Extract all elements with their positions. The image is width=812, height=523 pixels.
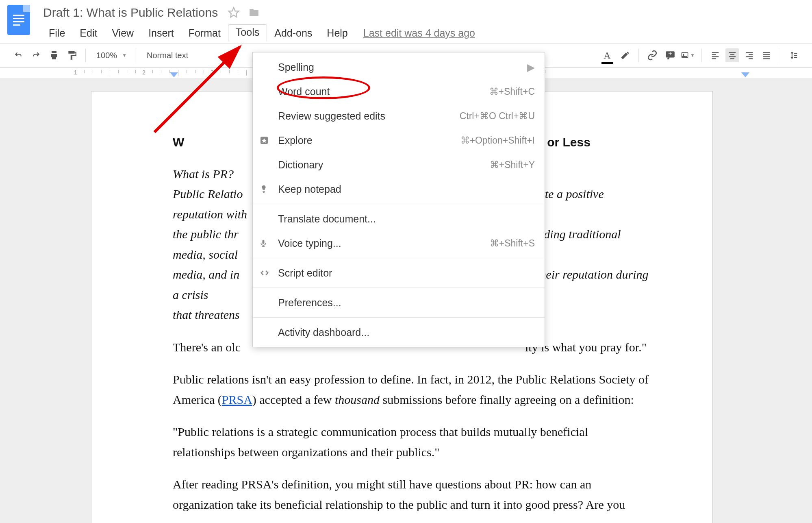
menu-divider: [253, 204, 545, 204]
menu-item-shortcut: ⌘+Shift+C: [489, 86, 535, 97]
menu-format[interactable]: Format: [181, 26, 228, 41]
menu-divider: [253, 288, 545, 288]
tools-menu-item-explore[interactable]: Explore⌘+Option+Shift+I: [253, 128, 545, 153]
insert-comment-button[interactable]: +: [663, 48, 677, 62]
menu-item-label: Activity dashboard...: [278, 327, 535, 338]
document-title[interactable]: Draft 1: What is Public Relations: [41, 5, 219, 20]
menu-file[interactable]: File: [41, 26, 72, 41]
menu-view[interactable]: View: [104, 26, 141, 41]
submenu-arrow-icon: ▶: [527, 61, 535, 73]
menu-item-label: Dictionary: [278, 159, 490, 171]
menu-item-label: Voice typing...: [278, 238, 490, 249]
code-icon: [259, 269, 270, 277]
tools-menu-item-word-count[interactable]: Word count⌘+Shift+C: [253, 79, 545, 104]
menu-divider: [253, 258, 545, 258]
menu-item-shortcut: ⌘+Shift+S: [490, 238, 535, 249]
ruler-number: 2: [142, 69, 145, 76]
svg-rect-25: [263, 240, 265, 244]
zoom-value: 100%: [95, 51, 119, 60]
mic-icon: [259, 238, 267, 248]
ruler-number: 3: [211, 69, 214, 76]
undo-button[interactable]: [11, 48, 25, 62]
menu-addons[interactable]: Add-ons: [267, 26, 319, 41]
paragraph-definition: "Public relations is a strategic communi…: [173, 422, 651, 462]
star-icon[interactable]: [228, 7, 240, 19]
tools-menu-item-review-suggested-edits[interactable]: Review suggested editsCtrl+⌘O Ctrl+⌘U: [253, 104, 545, 128]
menu-item-label: Translate document...: [278, 213, 535, 225]
menu-item-label: Review suggested edits: [278, 110, 460, 122]
tools-menu-item-preferences[interactable]: Preferences...: [253, 290, 545, 315]
paragraph-after: After reading PRSA's definition, you mig…: [173, 474, 651, 514]
tools-menu-item-keep-notepad[interactable]: Keep notepad: [253, 177, 545, 201]
highlight-button[interactable]: [618, 48, 632, 62]
caret-down-icon: ▼: [122, 52, 127, 58]
tools-menu-item-spelling[interactable]: Spelling▶: [253, 55, 545, 79]
insert-link-button[interactable]: [645, 48, 659, 62]
indent-marker-icon[interactable]: [170, 72, 178, 77]
keep-icon: [259, 184, 268, 194]
menu-item-label: Keep notepad: [278, 183, 535, 195]
last-edit-link[interactable]: Last edit was 4 days ago: [363, 27, 475, 39]
tools-dropdown-menu: Spelling▶Word count⌘+Shift+CReview sugge…: [252, 52, 545, 347]
menu-item-label: Script editor: [278, 267, 535, 279]
menu-item-shortcut: ⌘+Option+Shift+I: [460, 135, 535, 146]
menu-tools[interactable]: Tools: [228, 24, 267, 41]
paragraph-style-value: Normal text: [145, 51, 190, 60]
menu-help[interactable]: Help: [319, 26, 355, 41]
zoom-select[interactable]: 100% ▼: [92, 51, 129, 60]
tools-menu-item-activity-dashboard[interactable]: Activity dashboard...: [253, 320, 545, 344]
menu-item-label: Word count: [278, 86, 489, 98]
svg-text:+: +: [669, 50, 672, 57]
docs-logo-icon[interactable]: [7, 5, 30, 35]
menu-item-shortcut: ⌘+Shift+Y: [490, 159, 535, 170]
menu-item-label: Preferences...: [278, 297, 535, 309]
move-folder-icon[interactable]: [248, 7, 260, 18]
tools-menu-item-voice-typing[interactable]: Voice typing...⌘+Shift+S: [253, 231, 545, 255]
menu-item-shortcut: Ctrl+⌘O Ctrl+⌘U: [460, 111, 535, 122]
explore-icon: [259, 135, 269, 145]
print-button[interactable]: [47, 48, 61, 62]
paragraph-style-select[interactable]: Normal text: [143, 51, 208, 60]
line-spacing-button[interactable]: [787, 48, 801, 62]
tools-menu-item-dictionary[interactable]: Dictionary⌘+Shift+Y: [253, 153, 545, 177]
align-left-button[interactable]: [708, 48, 722, 62]
redo-button[interactable]: [29, 48, 43, 62]
menu-item-label: Explore: [278, 135, 460, 146]
align-right-button[interactable]: [743, 48, 756, 62]
menu-item-label: Spelling: [278, 61, 527, 73]
text-color-button[interactable]: A: [600, 48, 614, 62]
paint-format-button[interactable]: [65, 48, 79, 62]
svg-point-4: [683, 54, 684, 55]
svg-marker-0: [229, 8, 239, 17]
tools-menu-item-script-editor[interactable]: Script editor: [253, 261, 545, 285]
tools-menu-item-translate-document[interactable]: Translate document...: [253, 207, 545, 231]
insert-image-button[interactable]: ▼: [681, 48, 695, 62]
ruler-number: 1: [74, 69, 77, 76]
menu-insert[interactable]: Insert: [141, 26, 181, 41]
menu-edit[interactable]: Edit: [72, 26, 104, 41]
align-center-button[interactable]: [725, 48, 739, 62]
right-margin-marker-icon[interactable]: [741, 72, 749, 77]
paragraph-prsa: Public relations isn't an easy professio…: [173, 369, 651, 410]
align-justify-button[interactable]: [760, 48, 773, 62]
menu-divider: [253, 317, 545, 318]
prsa-link[interactable]: PRSA: [222, 393, 252, 406]
